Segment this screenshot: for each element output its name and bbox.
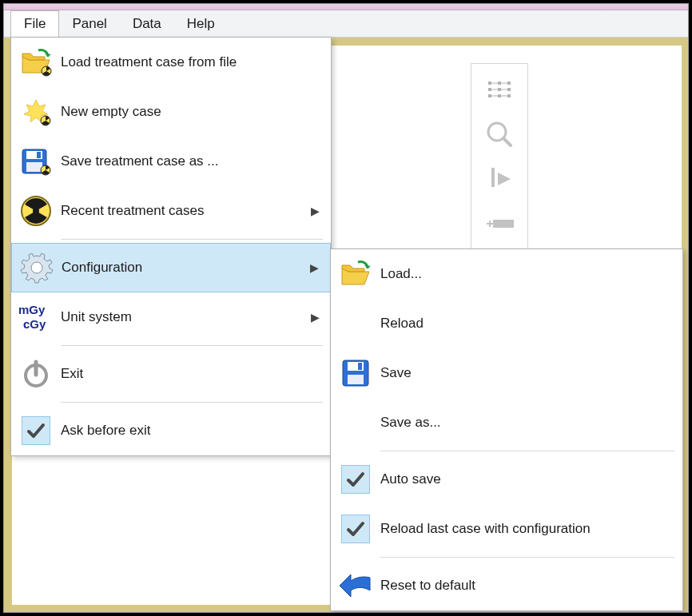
menu-item-label: Reload last case with configuration xyxy=(380,521,671,537)
svg-rect-26 xyxy=(26,162,42,172)
file-dropdown: Load treatment case from file New empty … xyxy=(10,37,332,456)
power-icon xyxy=(11,359,61,389)
svg-point-29 xyxy=(33,208,39,214)
svg-rect-7 xyxy=(498,88,501,91)
menu-item-configuration[interactable]: Configuration ▶ xyxy=(11,243,331,292)
folder-open-icon xyxy=(331,259,380,289)
menu-item-label: Load... xyxy=(380,266,671,282)
svg-rect-4 xyxy=(498,81,501,85)
menu-item-save-as[interactable]: Save treatment case as ... xyxy=(11,137,331,186)
radiation-icon xyxy=(11,194,61,228)
submenu-item-reload[interactable]: Reload xyxy=(331,299,682,348)
svg-text:cGy: cGy xyxy=(23,317,46,331)
svg-rect-16 xyxy=(493,220,514,228)
menu-item-label: Unit system xyxy=(61,309,304,325)
folder-open-rad-icon xyxy=(11,47,61,77)
app-window: File Panel Data Help xyxy=(3,3,689,613)
svg-rect-9 xyxy=(488,94,491,97)
menu-item-load-case[interactable]: Load treatment case from file xyxy=(11,38,331,87)
svg-rect-8 xyxy=(507,88,511,91)
menu-help[interactable]: Help xyxy=(174,10,228,37)
floppy-rad-icon xyxy=(11,146,61,177)
configuration-submenu: Load... Reload Save Save as... xyxy=(330,248,683,611)
floppy-icon xyxy=(331,357,380,389)
zoom-tool-icon[interactable] xyxy=(482,117,517,152)
menubar: File Panel Data Help xyxy=(4,10,688,38)
reset-arrow-icon xyxy=(331,573,380,598)
svg-rect-25 xyxy=(37,152,41,158)
menu-separator xyxy=(61,345,323,346)
submenu-item-save-as[interactable]: Save as... xyxy=(331,398,682,447)
svg-marker-15 xyxy=(498,173,511,185)
menu-data[interactable]: Data xyxy=(120,10,174,37)
submenu-arrow-icon: ▶ xyxy=(303,261,319,274)
svg-rect-5 xyxy=(507,81,511,85)
menu-separator xyxy=(61,402,323,403)
submenu-item-save[interactable]: Save xyxy=(331,348,682,398)
menu-panel[interactable]: Panel xyxy=(59,10,119,37)
menu-item-label: Reload xyxy=(380,316,671,332)
gear-icon xyxy=(12,251,62,284)
svg-text:mGy: mGy xyxy=(18,303,46,316)
menu-item-label: Load treatment case from file xyxy=(61,54,320,70)
menu-item-label: Ask before exit xyxy=(61,423,320,439)
mgy-cgy-icon: mGy cGy xyxy=(11,301,61,333)
svg-rect-6 xyxy=(488,88,491,91)
menu-item-label: Save treatment case as ... xyxy=(61,153,320,169)
svg-marker-14 xyxy=(491,168,495,187)
grid-tool-icon[interactable] xyxy=(482,72,517,107)
menu-item-exit[interactable]: Exit xyxy=(11,349,331,399)
slider-tool-icon[interactable] xyxy=(482,206,517,241)
menu-item-label: Recent treatment cases xyxy=(61,203,304,219)
submenu-item-load[interactable]: Load... xyxy=(331,249,682,299)
menu-separator xyxy=(380,451,674,451)
submenu-item-auto-save[interactable]: Auto save xyxy=(331,455,682,504)
menu-item-label: Reset to default xyxy=(380,578,671,594)
submenu-item-reset-default[interactable]: Reset to default xyxy=(331,561,682,610)
menu-item-unit-system[interactable]: mGy cGy Unit system ▶ xyxy=(11,292,331,342)
menu-item-label: Auto save xyxy=(380,471,671,487)
check-icon xyxy=(331,515,380,543)
submenu-arrow-icon: ▶ xyxy=(304,311,320,324)
menu-item-label: New empty case xyxy=(61,104,320,120)
menu-item-label: Save as... xyxy=(380,415,671,431)
menu-separator xyxy=(61,239,323,240)
svg-marker-19 xyxy=(45,54,51,57)
edit-tool-icon[interactable] xyxy=(482,161,517,197)
svg-rect-10 xyxy=(498,94,501,97)
check-icon xyxy=(331,465,380,494)
submenu-item-reload-last[interactable]: Reload last case with configuration xyxy=(331,504,682,554)
menu-item-label: Save xyxy=(380,365,671,381)
sun-rad-icon xyxy=(11,97,61,127)
menu-item-label: Configuration xyxy=(62,260,303,276)
svg-rect-3 xyxy=(488,81,491,85)
svg-rect-39 xyxy=(348,375,364,384)
right-toolstrip xyxy=(471,63,528,263)
menu-item-recent[interactable]: Recent treatment cases ▶ xyxy=(11,186,331,236)
svg-point-30 xyxy=(31,262,42,273)
menu-separator xyxy=(380,557,674,558)
svg-rect-38 xyxy=(358,363,362,370)
svg-marker-35 xyxy=(364,265,371,268)
menu-file[interactable]: File xyxy=(10,10,59,37)
menu-item-ask-before-exit[interactable]: Ask before exit xyxy=(11,406,331,455)
submenu-arrow-icon: ▶ xyxy=(304,205,320,217)
menu-item-label: Exit xyxy=(61,366,320,382)
check-icon xyxy=(11,416,61,445)
titlebar-strip xyxy=(4,4,688,10)
svg-rect-11 xyxy=(507,94,511,97)
svg-line-13 xyxy=(503,138,511,145)
menu-item-new-case[interactable]: New empty case xyxy=(11,87,331,137)
